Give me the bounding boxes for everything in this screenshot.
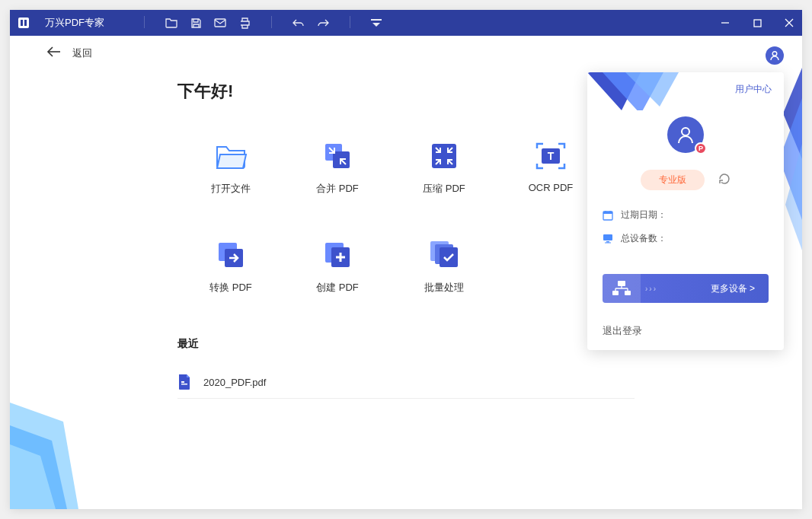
svg-rect-37 (603, 212, 612, 214)
logout-button[interactable]: 退出登录 (587, 312, 784, 350)
print-icon[interactable] (238, 16, 251, 30)
close-button[interactable] (782, 16, 796, 30)
svg-rect-3 (215, 19, 225, 27)
divider (144, 16, 145, 28)
panel-decoration (587, 72, 679, 110)
content-area: 返回 下午好! 打开文件 (10, 36, 802, 509)
svg-rect-40 (603, 234, 612, 240)
decoration-left (10, 403, 78, 509)
svg-rect-4 (371, 19, 382, 21)
save-icon[interactable] (189, 16, 203, 30)
svg-rect-43 (618, 281, 625, 286)
recent-section: 最近 2020_PDF.pdf (177, 337, 635, 399)
calendar-icon (603, 210, 613, 221)
svg-marker-5 (372, 23, 380, 27)
back-label[interactable]: 返回 (72, 46, 92, 60)
svg-rect-45 (625, 291, 631, 295)
batch-icon (427, 238, 461, 272)
svg-rect-44 (612, 291, 619, 295)
devices-network-icon (603, 274, 641, 303)
recent-file-item[interactable]: 2020_PDF.pdf (177, 366, 635, 399)
devices-label: 总设备数： (621, 232, 667, 245)
svg-rect-20 (432, 144, 456, 168)
action-batch-process[interactable]: 批量处理 (391, 238, 497, 295)
expiry-row: 过期日期： (603, 209, 769, 221)
user-badge-button[interactable] (766, 46, 784, 65)
action-label: 打开文件 (211, 182, 251, 196)
svg-rect-42 (605, 242, 611, 243)
svg-rect-2 (24, 20, 27, 26)
app-title: 万兴PDF专家 (45, 16, 104, 30)
greeting-text: 下午好! (177, 80, 635, 103)
user-panel: 用户中心 P 专业版 (587, 72, 784, 350)
action-compress-pdf[interactable]: 压缩 PDF (391, 139, 497, 196)
titlebar: 万兴PDF专家 (10, 10, 802, 36)
pdf-file-icon (177, 374, 193, 390)
svg-rect-31 (181, 384, 187, 385)
svg-rect-7 (754, 20, 761, 27)
folder-open-icon (214, 139, 248, 173)
actions-grid: 打开文件 合并 PDF 压缩 PDF (177, 139, 635, 295)
svg-rect-29 (440, 247, 458, 267)
action-merge-pdf[interactable]: 合并 PDF (284, 139, 391, 196)
action-label: 批量处理 (424, 281, 464, 295)
action-open-file[interactable]: 打开文件 (177, 139, 284, 196)
ocr-icon: T (534, 139, 567, 173)
undo-icon[interactable] (292, 16, 305, 30)
svg-marker-15 (10, 444, 56, 509)
minimize-button[interactable] (718, 16, 732, 30)
arrows-icon: ››› (645, 285, 657, 293)
action-label: 压缩 PDF (423, 182, 465, 196)
svg-point-35 (682, 128, 689, 135)
svg-marker-14 (10, 425, 67, 509)
user-avatar[interactable]: P (667, 116, 704, 153)
action-create-pdf[interactable]: 创建 PDF (284, 238, 391, 295)
recent-title: 最近 (177, 337, 635, 351)
maximize-button[interactable] (750, 16, 764, 30)
svg-rect-1 (21, 20, 23, 26)
svg-rect-0 (18, 18, 29, 28)
devices-row: 总设备数： (603, 232, 769, 245)
pro-version-badge[interactable]: 专业版 (641, 170, 705, 190)
divider (271, 16, 272, 28)
svg-marker-13 (10, 403, 78, 509)
svg-rect-30 (181, 381, 184, 383)
redo-icon[interactable] (316, 16, 330, 30)
action-convert-pdf[interactable]: 转换 PDF (177, 238, 284, 295)
recent-file-name: 2020_PDF.pdf (203, 377, 266, 388)
more-devices-label: 更多设备 > (711, 282, 755, 295)
convert-icon (214, 238, 248, 272)
action-label: 合并 PDF (316, 182, 359, 196)
user-center-link[interactable]: 用户中心 (735, 83, 772, 96)
app-logo-icon (16, 15, 31, 30)
pro-badge-icon: P (695, 142, 707, 154)
divider (350, 16, 350, 28)
svg-point-17 (772, 52, 777, 56)
expiry-label: 过期日期： (621, 209, 667, 221)
refresh-icon[interactable] (718, 173, 730, 188)
back-arrow-icon[interactable] (46, 46, 62, 60)
compress-icon (427, 139, 461, 173)
mail-icon[interactable] (213, 16, 227, 30)
action-label: 转换 PDF (209, 281, 252, 295)
more-devices-button[interactable]: ››› 更多设备 > (603, 274, 769, 303)
folder-icon[interactable] (165, 16, 178, 30)
svg-text:T: T (548, 150, 555, 162)
action-label: 创建 PDF (316, 281, 359, 295)
create-icon (321, 238, 354, 272)
svg-rect-41 (606, 241, 609, 243)
action-label: OCR PDF (529, 182, 574, 193)
merge-icon (321, 139, 354, 173)
monitor-icon (603, 234, 613, 244)
menu-dropdown-icon[interactable] (370, 16, 382, 30)
app-window: 万兴PDF专家 (10, 10, 802, 509)
